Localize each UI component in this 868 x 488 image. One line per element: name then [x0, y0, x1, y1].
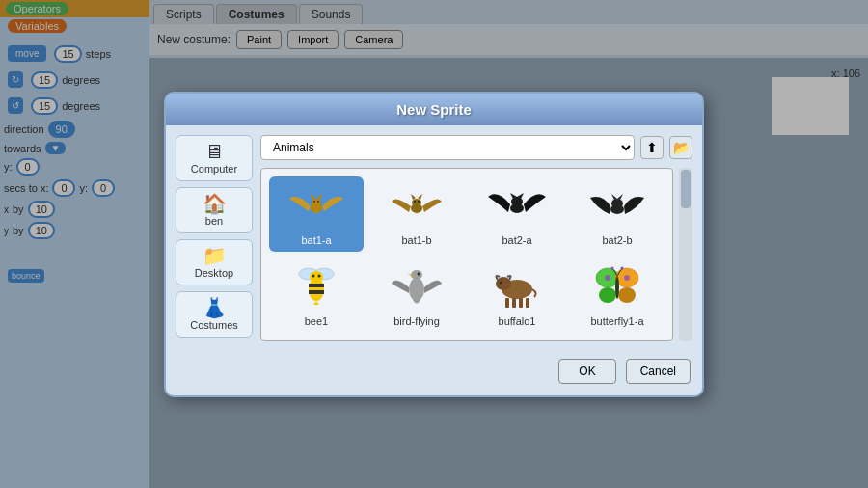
sidebar-item-ben[interactable]: 🏠 ben: [176, 187, 253, 233]
modal-sidebar: 🖥 Computer 🏠 ben 📁 Desktop 👗 Costumes: [176, 135, 253, 341]
svg-point-32: [418, 273, 420, 276]
sprite-buffalo1[interactable]: buffalo1: [470, 258, 564, 333]
svg-rect-23: [309, 284, 324, 287]
nav-folder-btn[interactable]: 📂: [669, 136, 692, 159]
bird-flying-label: bird-flying: [393, 315, 440, 327]
desktop-label: Desktop: [195, 267, 233, 279]
bat1a-label: bat1-a: [301, 234, 331, 246]
svg-point-44: [605, 275, 610, 281]
ben-label: ben: [205, 215, 223, 227]
modal-content: Animals Fantasy People Things Transporta…: [260, 135, 692, 341]
bat1b-thumb: [388, 182, 446, 230]
home-icon: 🏠: [203, 194, 227, 213]
bird-flying-thumb: [388, 263, 446, 312]
bat1b-label: bat1-b: [401, 234, 431, 246]
bat1a-thumb: [287, 182, 345, 230]
svg-point-10: [414, 201, 416, 203]
category-dropdown[interactable]: Animals Fantasy People Things Transporta…: [260, 135, 635, 160]
new-sprite-modal: New Sprite 🖥 Computer 🏠 ben 📁 Desktop 👗: [164, 92, 704, 397]
svg-point-26: [312, 275, 315, 278]
sprite-bird-flying[interactable]: bird-flying: [369, 258, 464, 333]
svg-rect-38: [526, 298, 529, 308]
svg-point-50: [621, 267, 624, 270]
sprite-grid: bat1-a: [260, 168, 673, 341]
sprite-bee1[interactable]: bee1: [269, 258, 364, 333]
computer-icon: 🖥: [204, 142, 224, 161]
svg-point-39: [500, 282, 502, 285]
svg-point-17: [611, 199, 623, 208]
costumes-icon: 👗: [203, 298, 227, 317]
nav-up-btn[interactable]: ⬆: [640, 136, 664, 159]
svg-point-25: [310, 271, 323, 283]
svg-marker-8: [411, 194, 416, 200]
svg-point-4: [313, 201, 315, 203]
svg-point-11: [418, 201, 420, 203]
sidebar-item-costumes[interactable]: 👗 Costumes: [176, 291, 253, 338]
svg-point-46: [615, 276, 619, 299]
svg-point-7: [412, 199, 421, 206]
scroll-thumb[interactable]: [681, 170, 691, 208]
sprite-bat2a[interactable]: bat2-a: [470, 176, 564, 252]
modal-body: 🖥 Computer 🏠 ben 📁 Desktop 👗 Costumes: [166, 125, 702, 351]
svg-point-43: [618, 287, 636, 303]
costumes-sidebar-label: Costumes: [190, 319, 238, 331]
bee1-label: bee1: [305, 315, 328, 327]
cancel-button[interactable]: Cancel: [626, 359, 691, 384]
svg-rect-36: [512, 298, 516, 308]
category-bar: Animals Fantasy People Things Transporta…: [260, 135, 692, 160]
svg-marker-19: [617, 194, 623, 200]
butterfly1a-thumb: [588, 263, 646, 312]
sprite-bat1a[interactable]: bat1-a: [269, 176, 364, 252]
buffalo1-label: buffalo1: [499, 315, 536, 327]
butterfly1a-label: butterfly1-a: [590, 315, 643, 327]
svg-marker-2: [311, 194, 315, 200]
bee1-thumb: [287, 263, 345, 312]
svg-rect-35: [505, 298, 509, 308]
computer-label: Computer: [191, 163, 237, 175]
svg-rect-24: [309, 290, 324, 294]
ok-button[interactable]: OK: [558, 359, 615, 384]
scroll-track[interactable]: [679, 168, 692, 341]
svg-marker-28: [313, 301, 319, 305]
bat2a-label: bat2-a: [502, 234, 531, 246]
svg-point-5: [317, 201, 319, 203]
sidebar-item-desktop[interactable]: 📁 Desktop: [176, 239, 253, 285]
svg-point-29: [409, 278, 424, 301]
sprite-butterfly1a[interactable]: butterfly1-a: [570, 258, 665, 333]
svg-marker-18: [611, 194, 617, 200]
sprite-bat2b[interactable]: bat2-b: [570, 176, 665, 252]
sidebar-item-computer[interactable]: 🖥 Computer: [176, 135, 253, 181]
bat2b-label: bat2-b: [602, 234, 632, 246]
svg-marker-9: [418, 194, 422, 200]
svg-rect-37: [519, 298, 523, 308]
bat2b-thumb: [588, 182, 646, 230]
bat2a-thumb: [488, 182, 546, 230]
svg-marker-3: [317, 194, 322, 200]
svg-point-27: [318, 275, 321, 278]
modal-overlay: New Sprite 🖥 Computer 🏠 ben 📁 Desktop 👗: [0, 0, 868, 488]
modal-footer: OK Cancel: [166, 351, 702, 395]
folder-icon: 📁: [203, 246, 227, 265]
svg-point-49: [611, 267, 614, 270]
svg-point-45: [624, 275, 630, 281]
modal-title: New Sprite: [166, 94, 702, 125]
buffalo1-thumb: [488, 263, 546, 312]
svg-point-42: [599, 287, 616, 303]
svg-point-1: [312, 199, 321, 206]
sprite-bat1b[interactable]: bat1-b: [369, 176, 464, 252]
